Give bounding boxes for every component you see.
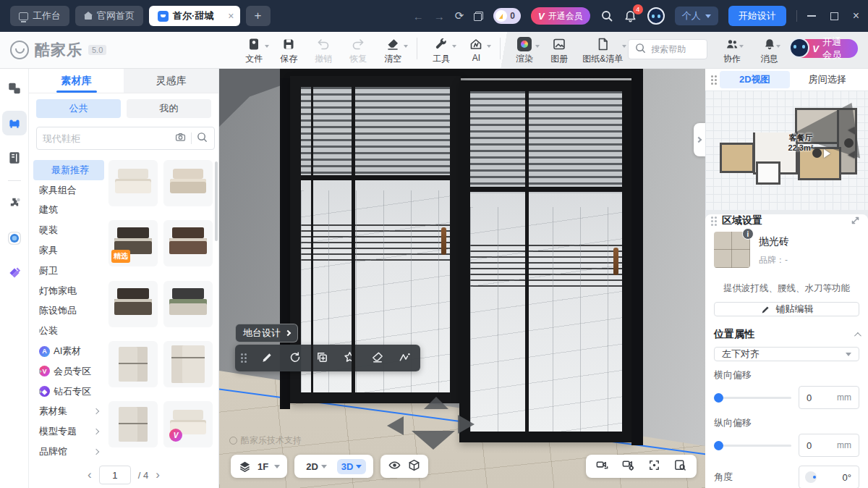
nav-arrow-up-icon[interactable]: [424, 397, 448, 409]
album-button[interactable]: 图册: [542, 35, 576, 65]
cube-view-icon[interactable]: [407, 458, 421, 474]
view-3d-button[interactable]: 3D: [337, 459, 367, 474]
material-thumbnail[interactable]: [109, 281, 158, 327]
ai-button[interactable]: AI: [459, 35, 493, 63]
rail-plugins-button[interactable]: [2, 191, 27, 216]
drag-handle[interactable]: [241, 353, 247, 363]
v-offset-slider[interactable]: [714, 441, 791, 450]
angle-dial-icon[interactable]: [805, 471, 817, 483]
angle-input[interactable]: 0°: [799, 466, 859, 488]
rail-floorplan-button[interactable]: [2, 76, 27, 101]
back-arrow-icon[interactable]: ←: [413, 10, 424, 22]
align-select[interactable]: 左下对齐: [714, 347, 859, 361]
rail-app-blue-button[interactable]: [2, 226, 27, 251]
copy-plus-icon[interactable]: [315, 350, 329, 366]
material-thumbnail[interactable]: [163, 160, 213, 206]
nav-arrow-right-icon[interactable]: [458, 415, 475, 434]
search-icon[interactable]: [196, 131, 208, 146]
category-item-model-topics[interactable]: 模型专题: [33, 421, 104, 442]
category-item-hard-finish[interactable]: 硬装: [33, 220, 104, 240]
category-item-brand-hall[interactable]: 品牌馆: [33, 442, 104, 462]
floor-selector[interactable]: 1F: [231, 455, 287, 478]
category-item-commercial[interactable]: 公装: [33, 321, 104, 341]
focus-center-icon[interactable]: [647, 458, 661, 474]
subtab-public[interactable]: 公共: [36, 99, 121, 118]
collaborate-button[interactable]: 协作: [719, 35, 745, 65]
nav-arrow-down-icon[interactable]: [412, 431, 455, 450]
drawings-list-button[interactable]: 图纸&清单: [577, 35, 628, 65]
file-button[interactable]: 文件: [237, 35, 271, 65]
material-search-box[interactable]: [36, 127, 215, 150]
tab-room-select[interactable]: 房间选择: [793, 71, 863, 88]
h-offset-input[interactable]: 0 mm: [799, 386, 859, 409]
material-thumbnail[interactable]: [109, 160, 158, 206]
tab-inspiration-library[interactable]: 灵感库: [124, 69, 218, 93]
category-item-diamond-zone[interactable]: ◆钻石专区: [33, 382, 104, 402]
profile-menu[interactable]: 个人: [675, 7, 718, 25]
scrollbar[interactable]: [215, 161, 218, 241]
messages-button[interactable]: 消息: [757, 35, 783, 65]
edit-pencil-icon[interactable]: [260, 350, 274, 366]
subtab-mine[interactable]: 我的: [127, 99, 211, 118]
duplicate-page-icon[interactable]: [474, 12, 483, 21]
category-item-decor[interactable]: 陈设饰品: [33, 301, 104, 321]
assistant-avatar-icon[interactable]: [647, 7, 665, 25]
close-tab-icon[interactable]: ×: [228, 10, 234, 22]
rail-app-purple-button[interactable]: [2, 261, 27, 285]
camera-settings-icon[interactable]: [621, 458, 635, 474]
vip-upgrade-button[interactable]: V 开通会员: [793, 39, 858, 58]
material-swatch[interactable]: i: [714, 232, 750, 268]
category-item-furniture-sets[interactable]: 家具组合: [33, 180, 104, 201]
coin-balance[interactable]: 0: [493, 8, 521, 24]
ai-icon[interactable]: [398, 350, 412, 366]
drag-handle[interactable]: [711, 75, 717, 85]
notifications-bell-icon[interactable]: 4: [624, 9, 637, 23]
search-icon[interactable]: [600, 9, 613, 22]
category-item-kitchen-bath[interactable]: 厨卫: [33, 261, 104, 281]
material-thumbnail[interactable]: [163, 281, 213, 327]
vip-upgrade-button[interactable]: V 开通会员: [531, 7, 590, 25]
category-item-architecture[interactable]: 建筑: [33, 201, 104, 221]
maximize-icon[interactable]: [830, 12, 838, 20]
rotate-icon[interactable]: [288, 350, 302, 366]
v-offset-input[interactable]: 0 mm: [799, 434, 859, 457]
expand-panel-icon[interactable]: [851, 216, 859, 227]
nav-arrow-left-icon[interactable]: [387, 416, 404, 435]
slider-knob[interactable]: [714, 393, 723, 403]
category-item-material-collections[interactable]: 素材集: [33, 402, 104, 422]
view-2d-button[interactable]: 2D: [302, 459, 331, 474]
help-search-input[interactable]: [651, 44, 702, 54]
forward-arrow-icon[interactable]: →: [434, 10, 445, 22]
h-offset-slider[interactable]: [714, 393, 791, 403]
tab-project-active[interactable]: 首尔·甜城 ×: [149, 6, 240, 26]
camera-position-dot[interactable]: [844, 138, 854, 148]
close-window-icon[interactable]: ×: [853, 9, 859, 22]
platform-design-button[interactable]: 地台设计: [235, 324, 298, 342]
tools-button[interactable]: 工具: [425, 35, 458, 65]
material-search-input[interactable]: [43, 133, 170, 144]
category-item-recommended[interactable]: 最新推荐: [33, 160, 104, 180]
tile-edit-button[interactable]: 铺贴编辑: [714, 302, 859, 316]
page-number-input[interactable]: 1: [99, 466, 131, 484]
viewport-3d[interactable]: 地台设计 酷家乐技术支持 1F 2D 3D: [219, 69, 705, 488]
category-item-lighting-appliance[interactable]: 灯饰家电: [33, 281, 104, 301]
tab-workspace[interactable]: 工作台: [10, 6, 69, 26]
category-item-ai-material[interactable]: AAI素材: [33, 341, 104, 361]
info-icon[interactable]: i: [742, 228, 754, 240]
slider-knob[interactable]: [714, 441, 723, 450]
material-thumbnail[interactable]: [109, 401, 158, 447]
camera-search-icon[interactable]: [174, 131, 187, 146]
tab-material-library[interactable]: 素材库: [29, 69, 124, 93]
material-thumbnail[interactable]: [163, 341, 213, 387]
floorplan-minimap[interactable]: 客餐厅 22.3m²: [705, 91, 868, 210]
render-button[interactable]: 渲染: [508, 35, 541, 65]
category-item-member-zone[interactable]: V会员专区: [33, 361, 104, 382]
clear-button[interactable]: 清空: [376, 35, 409, 65]
refresh-icon[interactable]: ⟳: [455, 9, 464, 22]
visibility-eye-icon[interactable]: [388, 458, 401, 474]
tab-2d-view[interactable]: 2D视图: [720, 71, 790, 88]
help-search-box[interactable]: [628, 39, 707, 59]
material-thumbnail[interactable]: [163, 220, 213, 266]
category-item-furniture[interactable]: 家具: [33, 240, 104, 261]
material-thumbnail[interactable]: [109, 341, 158, 387]
